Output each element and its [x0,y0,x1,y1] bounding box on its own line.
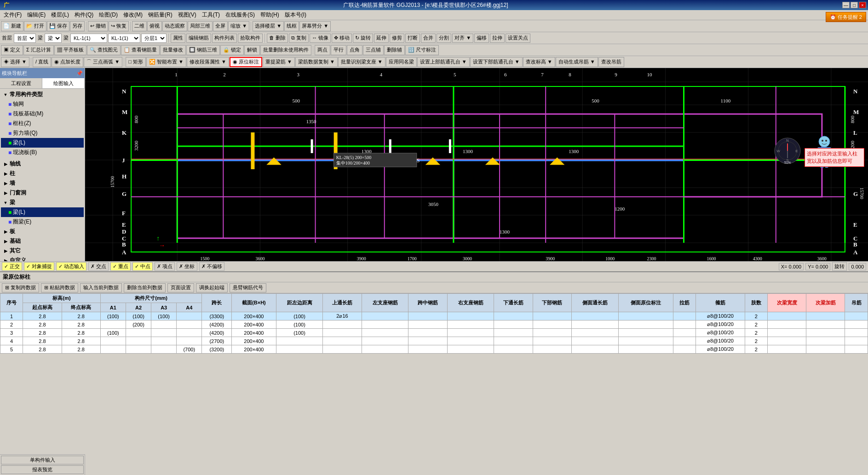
new-button[interactable]: 📄 新建 [1,21,23,31]
rect-tool[interactable]: □ 矩形 [126,57,146,67]
stretch-button[interactable]: 拉伸 [490,34,505,43]
cell-sec-width[interactable] [767,345,806,354]
parallel-button[interactable]: 平行 [331,45,346,55]
snap-coord[interactable]: ✗ 坐标 [177,262,197,271]
snap-dynamic[interactable]: ✓ 动态输入 [56,262,86,271]
tree-wall[interactable]: ▶ 墙 [1,178,84,188]
tree-beam-l[interactable]: ■ 梁(L) [1,207,84,217]
pick-component-button[interactable]: 拾取构件 [238,34,263,43]
zoom-button[interactable]: 缩放 ▼ [228,21,249,31]
table-row[interactable]: 2 2.8 2.8 (200) (4200) 200×400 (100) [0,320,868,329]
repick-beam-tool[interactable]: 重提梁筋 ▼ [263,57,295,67]
menu-tools[interactable]: 工具(T) [199,10,223,20]
two-points-button[interactable]: 两点 [315,45,330,55]
snap-ortho[interactable]: ✓ 正交 [2,262,22,271]
tree-foundation[interactable]: ▶ 基础 [1,236,84,246]
tree-board[interactable]: ▶ 板 [1,227,84,236]
maximize-button[interactable]: □ [851,2,858,8]
summary-button[interactable]: Σ 汇总计算 [23,45,54,55]
perspective-button[interactable]: 俯视 [147,21,162,31]
split-button[interactable]: 分割 [437,34,451,43]
layer-select[interactable]: 分层1 [141,34,167,43]
find-element-button[interactable]: 🔍 查找图元 [87,45,121,55]
unused-button[interactable]: 批量删除未使用构件 [260,45,311,55]
setpoint-button[interactable]: 设置关点 [506,34,530,43]
menu-version[interactable]: 版本号(I) [282,10,309,20]
delete-aux-button[interactable]: 删除辅 [384,45,405,55]
tree-beam-group[interactable]: ▼ 梁 [1,198,84,207]
cell-sec-width[interactable] [767,329,806,337]
auto-hanger-tool[interactable]: 自动生成吊筋 ▼ [556,57,598,67]
paste-span-tab[interactable]: ⊞ 粘贴跨数据 [41,283,78,292]
copy-button[interactable]: ⧉ 复制 [289,34,309,43]
extend-button[interactable]: 延伸 [374,34,389,43]
menu-help[interactable]: 帮助(H) [258,10,282,20]
2d-button[interactable]: 二维 [132,21,147,31]
code-select[interactable]: KL-1(1) [108,34,140,43]
original-annotation-tool[interactable]: ◉ 原位标注 [230,57,262,67]
apply-same-beam-tool[interactable]: 应用同名梁 [386,57,417,67]
save-button[interactable]: 💾 保存 [47,21,69,31]
minimize-button[interactable]: — [842,2,850,8]
set-top-pass-tool[interactable]: 设置上部筋通孔台 ▼ [417,57,470,67]
lock-button[interactable]: 🔒 锁定 [220,45,244,55]
snap-midpoint[interactable]: ✓ 重点 [110,262,131,271]
property-button[interactable]: 属性 [171,34,185,43]
modify-segment-tool[interactable]: 修改段落属性 ▼ [187,57,229,67]
screen-split-button[interactable]: 屏幕劈分 ▼ [299,21,331,31]
snap-intersect[interactable]: ✗ 交点 [88,262,109,271]
table-row[interactable]: 3 2.8 2.8 (100) (4200) 200×400 (100) [0,329,868,337]
menu-component[interactable]: 构件(Q) [72,10,96,20]
cell-sec-add[interactable] [806,337,845,345]
select-floor-button[interactable]: 选择楼层 ▼ [253,21,284,31]
delete-button[interactable]: 🗑 删除 [267,34,288,43]
define-button[interactable]: ▣ 定义 [1,45,23,55]
tree-shear-wall[interactable]: ■ 剪力墙(Q) [1,128,84,138]
close-button[interactable]: × [859,2,866,8]
unlock-button[interactable]: 解锁 [244,45,260,55]
tab-project-settings[interactable]: 工程设置 [0,78,42,88]
batch-edit-button[interactable]: 批量修改 [160,45,186,55]
table-row[interactable]: 1 2.8 2.8 (100) (100) (100) (3300) 200×4… [0,312,868,320]
wireframe-button[interactable]: 线框 [284,21,299,31]
modify-hanger-tool[interactable]: 查改吊筋 [598,57,624,67]
component-list-button[interactable]: 构件列表 [212,34,237,43]
cell-sec-add[interactable] [806,345,845,354]
point-length-tool[interactable]: ◉ 点加长度 [52,57,83,67]
table-row[interactable]: 4 2.8 2.8 (2700) 200×400 [0,337,868,345]
rebar-3d-button[interactable]: 🔲 钢筋三维 [186,45,220,55]
three-point-button[interactable]: 三点辅 [363,45,384,55]
edit-rebar-button[interactable]: 编辑钢筋 [186,34,211,43]
tab-drawing-input[interactable]: 绘图输入 [42,78,85,88]
single-component-btn[interactable]: 单构件输入 [1,456,84,464]
cantilever-tab[interactable]: 悬臂钢筋代号 [230,283,266,292]
drawing-canvas[interactable]: 500 500 1100 800 3200 800 3200 N M K J H… [85,68,868,261]
mirror-button[interactable]: ↔ 镜像 [310,34,331,43]
tree-frame-col[interactable]: ■ 框柱(Z) [1,119,84,128]
partial-3d-button[interactable]: 局部三维 [188,21,213,31]
report-preview-btn[interactable]: 报表预览 [1,465,84,474]
menu-floor[interactable]: 楼层(L) [48,10,72,20]
tree-col[interactable]: ▶ 柱 [1,169,84,178]
undo-button[interactable]: ↩ 撤销 [88,21,108,31]
tree-other[interactable]: ▶ 其它 [1,246,84,256]
page-setup-tab[interactable]: 页面设置 [167,283,194,292]
subtype-select[interactable]: KL-1(1) [70,34,107,43]
type-select[interactable]: 梁 [45,34,62,43]
move-button[interactable]: ✥ 移动 [332,34,352,43]
swap-end-tab[interactable]: 调换起始端 [196,283,228,292]
table-row[interactable]: 5 2.8 2.8 (700) (3200) 200×400 [0,345,868,354]
cell-sec-add[interactable] [806,329,845,337]
nav-panel-pin[interactable]: 📌 [76,70,83,76]
trim-button[interactable]: 修剪 [390,34,404,43]
merge-button[interactable]: 合并 [421,34,436,43]
floor-select[interactable]: 首层 [14,34,36,43]
tree-custom[interactable]: ▶ 自定义 [1,256,84,261]
menu-online[interactable]: 在线服务(S) [223,10,258,20]
copy-span-tab[interactable]: ⊞ 复制跨数据 [2,283,39,292]
snap-nooffset[interactable]: ✗ 不偏移 [199,262,224,271]
dynamic-view-button[interactable]: 动态观察 [162,21,187,31]
smart-layout-tool[interactable]: 🔀 智能布置 ▼ [146,57,186,67]
snap-center[interactable]: ✓ 中点 [132,262,153,271]
delete-col-tab[interactable]: 删除当前列数据 [124,283,166,292]
